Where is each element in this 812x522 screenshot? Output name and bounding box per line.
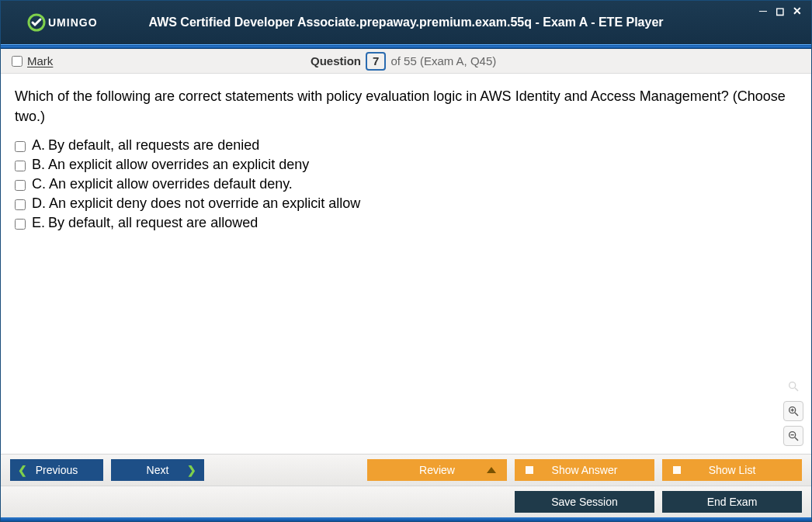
answer-checkbox[interactable] xyxy=(15,199,26,210)
answer-label: By default, all request are allowed xyxy=(48,215,258,231)
answer-list: A.By default, all requests are denied B.… xyxy=(15,137,797,231)
check-circle-icon xyxy=(27,13,46,32)
window-title: AWS Certified Developer Associate.prepaw… xyxy=(1,16,811,29)
zoom-in-icon xyxy=(787,405,800,417)
button-label: Previous xyxy=(36,464,78,476)
save-session-button[interactable]: Save Session xyxy=(515,491,654,513)
mark-control[interactable]: Mark xyxy=(12,54,53,67)
button-label: Show Answer xyxy=(552,464,618,476)
zoom-out-icon xyxy=(787,430,800,442)
button-label: Next xyxy=(147,464,169,476)
review-button[interactable]: Review xyxy=(367,459,507,481)
button-label: Review xyxy=(419,464,455,476)
end-exam-button[interactable]: End Exam xyxy=(662,491,802,513)
mark-label[interactable]: Mark xyxy=(27,54,53,67)
button-label: End Exam xyxy=(707,496,758,508)
bottom-border xyxy=(1,517,811,521)
answer-checkbox[interactable] xyxy=(15,219,26,230)
next-button[interactable]: Next ❯ xyxy=(111,459,204,481)
svg-line-2 xyxy=(795,388,798,391)
app-logo: UMINGO xyxy=(27,13,98,32)
question-context: of 55 (Exam A, Q45) xyxy=(390,54,496,67)
question-info-bar: Mark Question 7 of 55 (Exam A, Q45) xyxy=(1,49,811,74)
answer-option[interactable]: B.An explicit allow overrides an explici… xyxy=(15,157,797,173)
svg-line-8 xyxy=(795,437,798,441)
secondary-toolbar: Save Session End Exam xyxy=(1,486,811,517)
zoom-controls xyxy=(783,376,803,446)
answer-option[interactable]: A.By default, all requests are denied xyxy=(15,137,797,154)
answer-label: By default, all requests are denied xyxy=(48,137,259,154)
answer-checkbox[interactable] xyxy=(15,180,26,191)
arrow-left-icon: ❮ xyxy=(18,464,27,476)
primary-toolbar: ❮ Previous Next ❯ Review Show Answer Sho… xyxy=(1,454,811,486)
question-content: Which of the following are correct state… xyxy=(1,74,811,454)
question-counter: Question 7 of 55 (Exam A, Q45) xyxy=(53,52,754,71)
show-list-button[interactable]: Show List xyxy=(662,459,802,481)
answer-checkbox[interactable] xyxy=(15,161,26,171)
answer-checkbox[interactable] xyxy=(15,141,26,152)
answer-letter: B. xyxy=(32,157,45,173)
mark-checkbox[interactable] xyxy=(12,56,23,67)
zoom-search-button[interactable] xyxy=(783,376,803,396)
app-window: UMINGO AWS Certified Developer Associate… xyxy=(0,0,812,522)
title-bar: UMINGO AWS Certified Developer Associate… xyxy=(1,1,811,44)
window-controls: ─ ◻ ✕ xyxy=(757,5,803,16)
answer-letter: C. xyxy=(32,176,46,192)
svg-point-1 xyxy=(789,382,796,389)
button-label: Save Session xyxy=(551,496,618,508)
arrow-right-icon: ❯ xyxy=(187,464,196,476)
svg-line-4 xyxy=(795,413,798,416)
answer-letter: A. xyxy=(32,137,45,154)
answer-option[interactable]: D.An explicit deny does not override an … xyxy=(15,195,797,212)
zoom-in-button[interactable] xyxy=(783,401,803,421)
logo-text: UMINGO xyxy=(48,16,98,29)
answer-option[interactable]: C.An explicit allow overrides default de… xyxy=(15,176,797,192)
question-number: 7 xyxy=(366,52,386,71)
previous-button[interactable]: ❮ Previous xyxy=(10,459,103,481)
zoom-out-button[interactable] xyxy=(783,426,803,446)
button-label: Show List xyxy=(709,464,756,476)
close-button[interactable]: ✕ xyxy=(791,5,803,16)
show-answer-button[interactable]: Show Answer xyxy=(515,459,654,481)
maximize-button[interactable]: ◻ xyxy=(774,5,786,16)
answer-label: An explicit deny does not override an ex… xyxy=(49,195,360,212)
triangle-up-icon xyxy=(487,467,496,473)
square-icon xyxy=(673,466,681,474)
answer-letter: E. xyxy=(32,215,45,231)
answer-option[interactable]: E.By default, all request are allowed xyxy=(15,215,797,231)
question-text: Which of the following are correct state… xyxy=(15,86,797,126)
answer-label: An explicit allow overrides default deny… xyxy=(49,176,293,192)
answer-label: An explicit allow overrides an explicit … xyxy=(48,157,309,173)
question-word: Question xyxy=(311,54,361,67)
minimize-button[interactable]: ─ xyxy=(757,5,769,16)
magnifier-icon xyxy=(787,380,800,392)
answer-letter: D. xyxy=(32,195,46,212)
square-icon xyxy=(526,466,533,474)
